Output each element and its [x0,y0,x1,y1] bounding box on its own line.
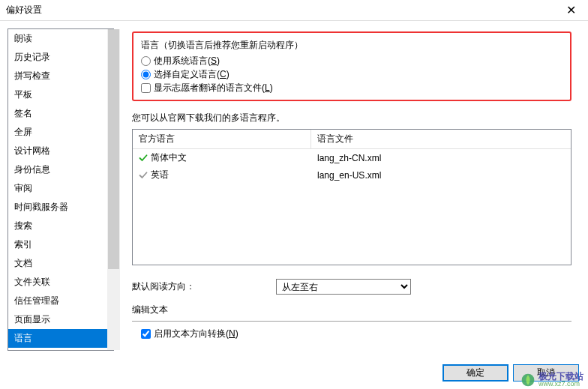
table-row[interactable]: 简体中文lang_zh-CN.xml [133,149,571,166]
custom-language-radio[interactable]: 选择自定义语言(C) [141,68,562,81]
reading-direction-label: 默认阅读方向： [132,280,276,293]
reading-direction-select[interactable]: 从左至右从右至左 [276,279,411,295]
table-header-file[interactable]: 语言文件 [311,130,571,148]
language-group-title: 语言（切换语言后推荐您重新启动程序） [141,39,562,52]
enable-text-direction-checkbox[interactable]: 启用文本方向转换(N) [141,328,572,340]
close-button[interactable]: ✕ [554,0,588,20]
sidebar-scroll-thumb[interactable] [108,29,119,269]
table-row[interactable]: 英语lang_en-US.xml [133,166,571,184]
sidebar-item[interactable]: 签名 [8,104,113,123]
sidebar-item[interactable]: 平板 [8,85,113,104]
sidebar-item[interactable]: 信任管理器 [8,292,113,310]
language-options-group: 语言（切换语言后推荐您重新启动程序） 使用系统语言(S) 选择自定义语言(C) … [132,31,572,101]
sidebar-item[interactable]: 设计网格 [8,142,113,160]
divider [132,321,572,322]
sidebar-item[interactable]: 时间戳服务器 [8,198,113,217]
check-icon [139,171,148,180]
edit-text-section-title: 编辑文本 [132,304,572,316]
sidebar-item[interactable]: 索引 [8,235,113,254]
content-panel: 语言（切换语言后推荐您重新启动程序） 使用系统语言(S) 选择自定义语言(C) … [120,28,580,351]
ok-button[interactable]: 确定 [442,364,508,382]
sidebar-item[interactable]: 阅读 [8,348,113,351]
sidebar-item[interactable]: 文档 [8,254,113,273]
language-table[interactable]: 官方语言 语言文件 简体中文lang_zh-CN.xml英语lang_en-US… [132,129,572,265]
download-hint: 您可以从官网下载我们的多语言程序。 [132,112,572,124]
sidebar-item[interactable]: 拼写检查 [8,67,113,85]
sidebar-scrollbar[interactable] [107,29,120,350]
sidebar-item[interactable]: 身份信息 [8,160,113,179]
check-icon [139,154,148,163]
cancel-button[interactable]: 取消 [513,364,579,382]
window-title: 偏好设置 [6,4,42,16]
sidebar-item[interactable]: 朗读 [8,29,113,48]
sidebar-item[interactable]: 搜索 [8,217,113,235]
show-volunteer-translations-checkbox[interactable]: 显示志愿者翻译的语言文件(L) [141,82,562,94]
sidebar-item[interactable]: 语言 [8,329,113,348]
sidebar-item[interactable]: 文件关联 [8,273,113,292]
sidebar-item[interactable]: 审阅 [8,179,113,198]
sidebar-item[interactable]: 页面显示 [8,310,113,329]
sidebar-item[interactable]: 全屏 [8,123,113,142]
table-header-name[interactable]: 官方语言 [133,130,311,148]
use-system-language-radio[interactable]: 使用系统语言(S) [141,55,562,67]
sidebar-item[interactable]: 历史记录 [8,48,113,67]
sidebar-list[interactable]: 朗读历史记录拼写检查平板签名全屏设计网格身份信息审阅时间戳服务器搜索索引文档文件… [8,28,114,351]
sidebar: 朗读历史记录拼写检查平板签名全屏设计网格身份信息审阅时间戳服务器搜索索引文档文件… [8,28,120,351]
